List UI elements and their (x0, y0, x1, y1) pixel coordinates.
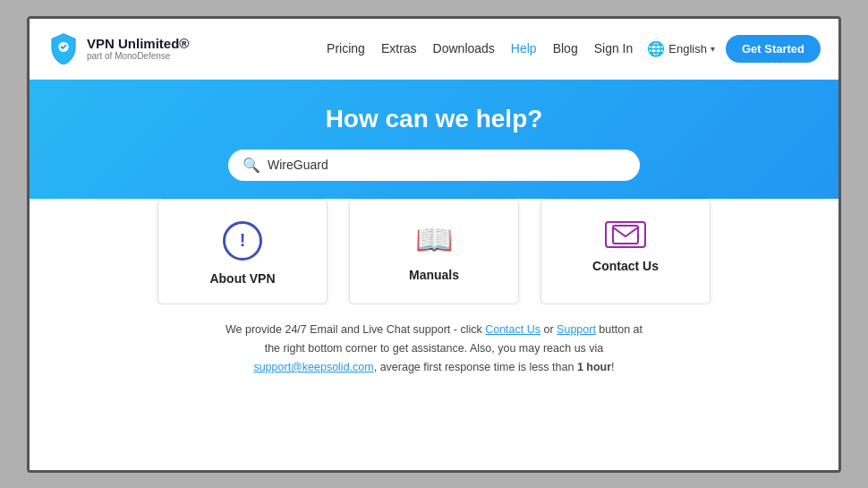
about-vpn-icon: ! (223, 221, 262, 261)
logo-subtitle: part of MonoDefense (87, 51, 189, 61)
svg-rect-1 (613, 226, 638, 244)
cards-section: ! About VPN 📖 Manuals Contact Us (30, 199, 838, 304)
nav-pricing[interactable]: Pricing (327, 41, 365, 56)
nav-downloads[interactable]: Downloads (433, 41, 495, 56)
search-icon: 🔍 (243, 157, 260, 174)
search-bar: 🔍 (228, 150, 640, 181)
card-about-vpn[interactable]: ! About VPN (157, 199, 328, 304)
logo-area[interactable]: VPN Unlimited® part of MonoDefense (47, 32, 189, 64)
hero-title: How can we help? (326, 105, 543, 133)
footer-response-time: 1 hour (577, 361, 611, 373)
main-window: VPN Unlimited® part of MonoDefense Prici… (27, 16, 841, 473)
contact-us-icon (605, 221, 646, 248)
manuals-icon: 📖 (415, 221, 453, 257)
search-input[interactable] (268, 158, 625, 172)
logo-title: VPN Unlimited® (87, 36, 189, 51)
nav-links: Pricing Extras Downloads Help Blog Sign … (327, 41, 633, 56)
navbar: VPN Unlimited® part of MonoDefense Prici… (30, 19, 838, 80)
card-manuals-label: Manuals (409, 268, 459, 282)
footer-text-after-support: button at (596, 323, 642, 336)
chevron-down-icon: ▾ (711, 44, 715, 54)
get-started-button[interactable]: Get Started (726, 35, 821, 63)
footer-email-link[interactable]: support@keepsolid.com (253, 361, 373, 373)
language-selector[interactable]: 🌐 English ▾ (647, 40, 715, 57)
footer-line3-before: , average first response time is less th… (374, 361, 577, 373)
footer-support-link[interactable]: Support (557, 323, 596, 336)
card-contact-us-label: Contact Us (592, 259, 659, 273)
nav-extras[interactable]: Extras (381, 41, 417, 56)
vpn-logo-icon (47, 32, 80, 64)
card-about-vpn-label: About VPN (209, 271, 275, 286)
globe-icon: 🌐 (647, 40, 665, 57)
footer-contact-link[interactable]: Contact Us (485, 323, 540, 336)
footer-line2: the right bottom corner to get assistanc… (101, 339, 767, 358)
footer-line3-after: ! (611, 361, 614, 373)
nav-blog[interactable]: Blog (553, 41, 578, 56)
card-manuals[interactable]: 📖 Manuals (349, 199, 519, 304)
footer-text-or: or (540, 323, 557, 336)
logo-text: VPN Unlimited® part of MonoDefense (87, 36, 189, 61)
card-contact-us[interactable]: Contact Us (540, 199, 711, 304)
language-label: English (668, 42, 707, 56)
nav-help[interactable]: Help (511, 41, 537, 56)
footer-text-before: We provide 24/7 Email and Live Chat supp… (226, 323, 485, 336)
nav-signin[interactable]: Sign In (594, 41, 634, 56)
footer-support-text: We provide 24/7 Email and Live Chat supp… (30, 304, 838, 470)
